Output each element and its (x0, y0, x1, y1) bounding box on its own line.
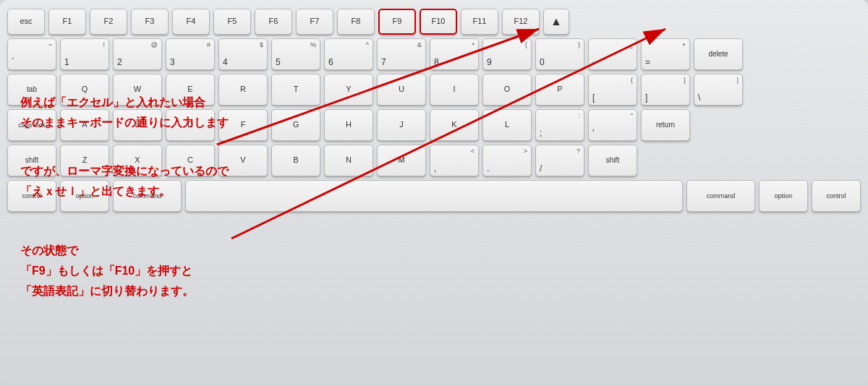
key-f6[interactable]: F6 (255, 9, 292, 35)
key-f7[interactable]: F7 (296, 9, 333, 35)
key-f12[interactable]: F12 (502, 9, 540, 35)
key-v[interactable]: V (218, 145, 268, 176)
key-f10[interactable]: F10 (420, 9, 457, 35)
annotation-text-7: 「英語表記」に切り替わります。 (20, 283, 194, 300)
key-d[interactable]: D (166, 109, 215, 141)
key-h[interactable]: H (324, 109, 373, 141)
key-command-left[interactable]: command (113, 180, 182, 212)
key-c[interactable]: C (166, 145, 215, 176)
key-equals[interactable]: += (641, 38, 690, 70)
key-option-right[interactable]: option (759, 180, 808, 212)
key-q[interactable]: Q (60, 74, 109, 106)
key-backslash[interactable]: |\ (694, 74, 743, 106)
key-0[interactable]: )0 (535, 38, 584, 70)
fn-row: esc F1 F2 F3 F4 F5 F6 F7 F8 F9 F10 F11 F… (7, 9, 861, 35)
key-5[interactable]: %5 (271, 38, 320, 70)
num-row: ~` !1 @2 #3 $4 %5 ^6 &7 *8 (9 )0 (7, 38, 861, 70)
keyboard: esc F1 F2 F3 F4 F5 F6 F7 F8 F9 F10 F11 F… (0, 0, 868, 386)
key-bracket-open[interactable]: {[ (588, 74, 637, 106)
key-6[interactable]: ^6 (324, 38, 373, 70)
asdf-row: caps lock A S D F G H J K L :; "' return (7, 109, 861, 141)
key-8[interactable]: *8 (430, 38, 479, 70)
key-i[interactable]: I (430, 74, 479, 106)
key-w[interactable]: W (113, 74, 162, 106)
key-x[interactable]: X (113, 145, 162, 176)
key-3[interactable]: #3 (166, 38, 215, 70)
key-quote[interactable]: "' (588, 109, 637, 141)
bottom-row: control option command command option co… (7, 180, 861, 212)
key-slash[interactable]: ?/ (535, 145, 584, 176)
key-minus[interactable]: _- (588, 38, 637, 70)
key-l[interactable]: L (482, 109, 532, 141)
key-period[interactable]: >. (482, 145, 532, 176)
key-k[interactable]: K (430, 109, 479, 141)
qwerty-row: tab Q W E R T Y U I O P {[ }] |\ (7, 74, 861, 106)
key-7[interactable]: &7 (377, 38, 426, 70)
key-e[interactable]: E (166, 74, 215, 106)
key-f5[interactable]: F5 (213, 9, 251, 35)
key-esc[interactable]: esc (7, 9, 45, 35)
key-capslock[interactable]: caps lock (7, 109, 56, 141)
key-return[interactable]: return (641, 109, 690, 141)
key-o[interactable]: O (482, 74, 532, 106)
key-control-left[interactable]: control (7, 180, 56, 212)
key-y[interactable]: Y (324, 74, 373, 106)
key-f9[interactable]: F9 (378, 9, 416, 35)
key-g[interactable]: G (271, 109, 320, 141)
key-9[interactable]: (9 (482, 38, 532, 70)
key-t[interactable]: T (271, 74, 320, 106)
key-command-right[interactable]: command (686, 180, 755, 212)
key-f2[interactable]: F2 (90, 9, 127, 35)
key-delete[interactable]: delete (694, 38, 743, 70)
key-shift-right[interactable]: shift (588, 145, 637, 176)
key-semicolon[interactable]: :; (535, 109, 584, 141)
key-r[interactable]: R (218, 74, 268, 106)
key-f4[interactable]: F4 (172, 9, 210, 35)
key-control-right[interactable]: control (812, 180, 861, 212)
key-1[interactable]: !1 (60, 38, 109, 70)
key-p[interactable]: P (535, 74, 584, 106)
key-power[interactable]: ▲ (543, 9, 569, 35)
key-4[interactable]: $4 (218, 38, 268, 70)
key-b[interactable]: B (271, 145, 320, 176)
key-backtick[interactable]: ~` (7, 38, 56, 70)
key-option-left[interactable]: option (60, 180, 109, 212)
key-tab[interactable]: tab (7, 74, 56, 106)
key-m[interactable]: M (377, 145, 426, 176)
key-f8[interactable]: F8 (337, 9, 375, 35)
annotation-text-6: 「F9」もしくは「F10」を押すと (20, 262, 192, 280)
key-f11[interactable]: F11 (461, 9, 498, 35)
key-2[interactable]: @2 (113, 38, 162, 70)
key-comma[interactable]: <, (430, 145, 479, 176)
key-z[interactable]: Z (60, 145, 109, 176)
key-u[interactable]: U (377, 74, 426, 106)
key-s[interactable]: S (113, 109, 162, 141)
key-a[interactable]: A (60, 109, 109, 141)
key-f3[interactable]: F3 (131, 9, 169, 35)
key-f1[interactable]: F1 (48, 9, 86, 35)
key-space[interactable] (185, 180, 683, 212)
key-bracket-close[interactable]: }] (641, 74, 690, 106)
key-j[interactable]: J (377, 109, 426, 141)
key-shift-left[interactable]: shift (7, 145, 56, 176)
key-f[interactable]: F (218, 109, 268, 141)
zxcv-row: shift Z X C V B N M <, >. ?/ shift (7, 145, 861, 176)
key-n[interactable]: N (324, 145, 373, 176)
annotation-text-5: その状態で (20, 242, 78, 260)
